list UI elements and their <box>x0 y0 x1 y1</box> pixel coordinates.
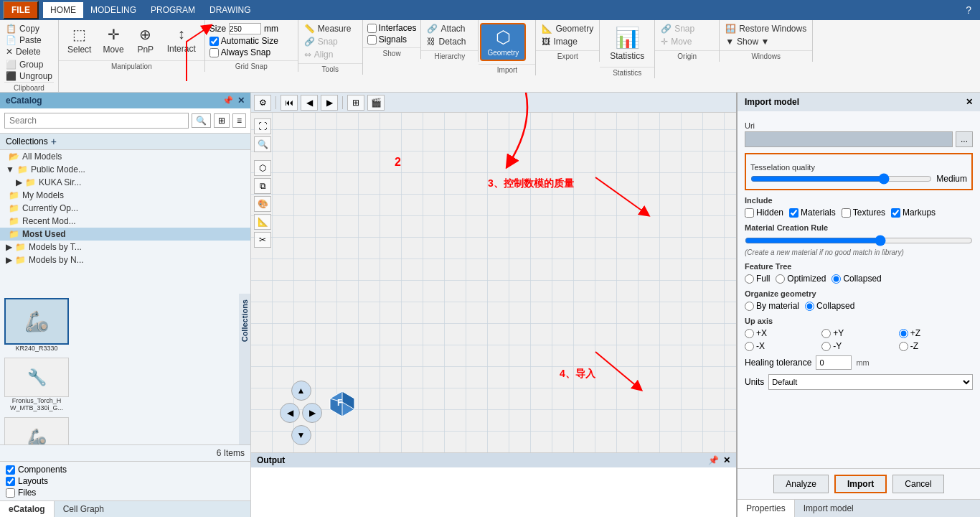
move-btn[interactable]: ✛ Move <box>98 23 128 57</box>
tree-currently-open[interactable]: 📁 Currently Op... <box>0 202 250 215</box>
up-x-radio[interactable]: +X <box>745 328 819 338</box>
tree-recent[interactable]: 📁 Recent Mod... <box>0 215 250 228</box>
vp-prev-btn[interactable]: ◀ <box>301 95 318 111</box>
mat-rule-slider[interactable] <box>745 235 973 246</box>
list-view-btn[interactable]: ≡ <box>232 113 246 128</box>
ungroup-btn[interactable]: ⬛ Ungroup <box>4 70 54 82</box>
vp-render-btn[interactable]: 🎨 <box>254 196 271 212</box>
collections-side-tab[interactable]: Collections <box>239 294 250 444</box>
units-select[interactable]: Default mm cm m <box>768 374 973 390</box>
tree-models-n[interactable]: ▶ 📁 Models by N... <box>0 253 250 266</box>
analyze-btn[interactable]: Analyze <box>773 475 829 493</box>
cancel-btn[interactable]: Cancel <box>892 475 943 493</box>
vp-first-btn[interactable]: ⏮ <box>281 95 298 111</box>
catalog-item-2[interactable]: 🦾 KR 120 R3100-2 <box>4 417 69 444</box>
align-btn[interactable]: ⇔ Align <box>303 49 358 60</box>
geometry-export-btn[interactable]: 📐 Geometry <box>540 23 595 34</box>
healing-input[interactable] <box>816 355 852 370</box>
vp-fit-btn[interactable]: ⛶ <box>254 118 271 134</box>
image-export-btn[interactable]: 🖼 Image <box>540 36 595 47</box>
vp-play-btn[interactable]: ▶ <box>321 95 338 111</box>
copy-btn[interactable]: 📋 Copy <box>4 23 54 34</box>
measure-btn[interactable]: 📏 Measure <box>303 23 358 34</box>
restore-windows-btn[interactable]: 🪟 Restore Windows <box>724 23 808 34</box>
program-menu[interactable]: PROGRAM <box>143 2 202 18</box>
grid-view-btn[interactable]: ⊞ <box>214 113 230 128</box>
search-btn[interactable]: 🔍 <box>192 113 211 128</box>
ecatalog-pin-icon[interactable]: 📌 <box>222 96 233 106</box>
vp-section-btn[interactable]: ✂ <box>254 232 271 248</box>
file-menu[interactable]: FILE <box>3 1 39 19</box>
up-minus-y-radio[interactable]: -Y <box>821 341 895 351</box>
import-btn[interactable]: Import <box>834 475 887 493</box>
import-model-tab[interactable]: Import model <box>795 500 862 517</box>
nav-down-btn[interactable]: ▼ <box>291 425 311 445</box>
interfaces-check[interactable]: Interfaces <box>367 23 417 33</box>
always-snap-check[interactable]: Always Snap <box>209 47 293 57</box>
components-check[interactable]: Components <box>6 465 245 475</box>
layouts-check[interactable]: Layouts <box>6 476 245 486</box>
include-textures-check[interactable]: Textures <box>842 208 885 218</box>
properties-tab[interactable]: Properties <box>738 500 795 517</box>
show-dropdown-btn[interactable]: ▼ Show ▼ <box>724 36 808 47</box>
home-menu[interactable]: HOME <box>43 2 83 18</box>
add-collection-btn[interactable]: + <box>51 136 57 147</box>
up-y-radio[interactable]: +Y <box>821 328 895 338</box>
size-input[interactable] <box>229 23 261 34</box>
catalog-item-0[interactable]: 🦾 KR240_R3330 <box>4 298 69 352</box>
output-pin-icon[interactable]: 📌 <box>708 455 719 465</box>
vp-layers-btn[interactable]: ⧉ <box>254 178 271 194</box>
delete-btn[interactable]: ✕ Delete <box>4 46 54 57</box>
select-btn[interactable]: ⬚ Select <box>63 23 95 57</box>
import-close-icon[interactable]: ✕ <box>966 97 973 107</box>
include-materials-check[interactable]: Materials <box>789 208 836 218</box>
tess-slider[interactable] <box>750 173 932 185</box>
help-icon[interactable]: ? <box>960 4 977 16</box>
vp-btn3[interactable]: ⊞ <box>347 95 364 111</box>
feature-collapsed-radio[interactable]: Collapsed <box>831 274 881 284</box>
up-minus-x-radio[interactable]: -X <box>745 341 819 351</box>
nav-up-btn[interactable]: ▲ <box>291 381 311 401</box>
statistics-btn[interactable]: 📊 Statistics <box>604 23 650 64</box>
signals-check[interactable]: Signals <box>367 34 417 45</box>
organize-material-radio[interactable]: By material <box>745 301 799 311</box>
cell-graph-tab[interactable]: Cell Graph <box>55 501 113 517</box>
paste-btn[interactable]: 📄 Paste <box>4 34 54 46</box>
interact-btn[interactable]: ↕ Interact <box>163 23 200 57</box>
feature-optimized-radio[interactable]: Optimized <box>776 274 826 284</box>
vp-cube-btn[interactable]: ⬡ <box>254 160 271 176</box>
ecatalog-tab[interactable]: eCatalog <box>0 501 55 517</box>
snap-origin-btn[interactable]: 🔗 Snap <box>659 23 715 34</box>
feature-full-radio[interactable]: Full <box>745 274 770 284</box>
vp-measure-btn[interactable]: 📐 <box>254 214 271 230</box>
tree-kuka[interactable]: ▶ 📁 KUKA Sir... <box>0 176 250 189</box>
ecatalog-close-icon[interactable]: ✕ <box>237 96 245 106</box>
detach-btn[interactable]: ⛓ Detach <box>425 36 473 47</box>
include-hidden-check[interactable]: Hidden <box>745 208 783 218</box>
attach-btn[interactable]: 🔗 Attach <box>425 23 473 34</box>
tree-my-models[interactable]: 📁 My Models <box>0 189 250 202</box>
modeling-menu[interactable]: MODELING <box>83 2 143 18</box>
group-btn[interactable]: ⬜ Group <box>4 59 54 70</box>
tree-most-used[interactable]: 📁 Most Used <box>0 228 250 241</box>
up-z-radio[interactable]: +Z <box>899 328 973 338</box>
files-check[interactable]: Files <box>6 488 245 498</box>
up-minus-z-radio[interactable]: -Z <box>899 341 973 351</box>
pnp-btn[interactable]: ⊕ PnP <box>131 23 160 57</box>
snap-tool-btn[interactable]: 🔗 Snap <box>303 36 358 47</box>
drawing-menu[interactable]: DRAWING <box>202 2 258 18</box>
catalog-item-1[interactable]: 🔧 Fronius_Torch_H W_MTB_330i_G... <box>4 358 69 411</box>
nav-left-btn[interactable]: ◀ <box>280 403 300 423</box>
include-markups-check[interactable]: Markups <box>891 208 936 218</box>
nav-right-btn[interactable]: ▶ <box>302 403 322 423</box>
search-input[interactable] <box>4 113 189 129</box>
vp-btn4[interactable]: 🎬 <box>367 95 385 111</box>
tree-public-model[interactable]: ▼ 📁 Public Mode... <box>0 163 250 176</box>
move-origin-btn[interactable]: ✛ Move <box>659 36 715 47</box>
vp-zoom-btn[interactable]: 🔍 <box>254 136 271 152</box>
organize-collapsed-radio[interactable]: Collapsed <box>805 301 854 311</box>
uri-browse-btn[interactable]: ... <box>956 131 973 147</box>
output-close-icon[interactable]: ✕ <box>723 455 730 465</box>
tree-all-models[interactable]: 📂 All Models <box>0 150 250 163</box>
geometry-import-btn[interactable]: ⬡ Geometry <box>480 23 526 61</box>
